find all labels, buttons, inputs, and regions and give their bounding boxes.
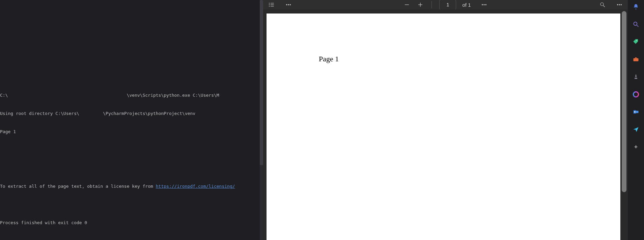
- chess-icon: [633, 73, 639, 80]
- page-more-button[interactable]: [480, 1, 488, 8]
- send-icon: [633, 126, 639, 133]
- svg-rect-27: [636, 111, 638, 113]
- pdf-page-text: Page 1: [319, 55, 339, 63]
- console-exit-line: Process finished with exit code 0: [0, 220, 263, 226]
- page-number-input[interactable]: [439, 0, 456, 10]
- find-button[interactable]: [599, 1, 606, 8]
- table-of-contents-button[interactable]: [268, 1, 275, 8]
- ide-run-console: C:\ \venv\Scripts\python.exe C:\Users\M …: [0, 0, 263, 240]
- pdf-document-area[interactable]: Page 1: [263, 9, 628, 240]
- sidebar-search-button[interactable]: [629, 18, 643, 31]
- svg-point-6: [286, 4, 287, 5]
- sidebar-add-button[interactable]: +: [629, 140, 643, 154]
- search-icon: [599, 2, 606, 8]
- pdf-toolbar: of 1: [263, 0, 628, 9]
- sidebar-outlook-button[interactable]: [629, 105, 643, 119]
- sidebar-games-button[interactable]: [629, 70, 643, 84]
- svg-point-19: [621, 4, 621, 5]
- more-left-button[interactable]: [285, 1, 292, 8]
- plus-icon: [417, 2, 423, 8]
- ellipsis-icon: [481, 2, 487, 8]
- pdf-scrollbar-track[interactable]: [622, 11, 626, 238]
- sidebar-send-button[interactable]: [629, 123, 643, 136]
- console-output: C:\ \venv\Scripts\python.exe C:\Users\M …: [0, 80, 263, 238]
- console-text: Page 1: [0, 129, 263, 135]
- briefcase-icon: [633, 56, 639, 63]
- more-right-button[interactable]: [616, 1, 623, 8]
- pdf-scrollbar-thumb[interactable]: [622, 11, 626, 192]
- page-count-label: of 1: [462, 2, 471, 8]
- bell-icon: [633, 3, 639, 10]
- pdf-viewer-app: of 1 Page 1: [263, 0, 628, 240]
- price-tag-icon: [633, 38, 639, 45]
- zoom-out-button[interactable]: [403, 1, 411, 8]
- svg-point-28: [634, 111, 636, 113]
- console-text: Using root directory C:\Users\ \PycharmP…: [0, 111, 195, 116]
- svg-rect-24: [634, 58, 639, 61]
- plus-icon: +: [634, 144, 638, 151]
- office365-icon: [633, 91, 639, 98]
- sidebar-notifications-button[interactable]: [629, 0, 643, 13]
- svg-point-7: [288, 4, 289, 5]
- svg-point-17: [617, 4, 618, 5]
- ellipsis-icon: [285, 2, 291, 8]
- pdf-page: Page 1: [267, 13, 620, 240]
- sidebar-tools-button[interactable]: [629, 53, 643, 66]
- list-icon: [269, 2, 275, 8]
- svg-point-15: [600, 3, 604, 6]
- sidebar-office365-button[interactable]: [629, 88, 643, 101]
- svg-rect-25: [635, 57, 637, 58]
- svg-point-12: [482, 4, 482, 5]
- svg-point-14: [485, 4, 486, 5]
- toolbar-divider: [431, 1, 432, 8]
- svg-point-13: [483, 4, 484, 5]
- svg-point-23: [636, 40, 637, 41]
- outlook-icon: [633, 109, 639, 115]
- console-license-line: To extract all of the page text, obtain …: [0, 183, 263, 189]
- sidebar-shopping-button[interactable]: [629, 35, 643, 49]
- minus-icon: [404, 2, 410, 8]
- license-link[interactable]: https://ironpdf.com/licensing/: [156, 184, 235, 189]
- svg-point-8: [290, 4, 290, 5]
- ellipsis-icon: [616, 2, 622, 8]
- svg-point-20: [636, 8, 637, 9]
- svg-point-21: [634, 22, 637, 25]
- svg-line-16: [603, 5, 605, 7]
- zoom-in-button[interactable]: [417, 1, 424, 8]
- browser-sidebar: +: [628, 0, 644, 240]
- ide-scrollbar-track[interactable]: [260, 0, 263, 240]
- svg-line-22: [637, 25, 639, 27]
- ide-scrollbar-thumb[interactable]: [260, 0, 263, 165]
- search-plus-icon: [633, 21, 639, 28]
- svg-point-18: [619, 4, 620, 5]
